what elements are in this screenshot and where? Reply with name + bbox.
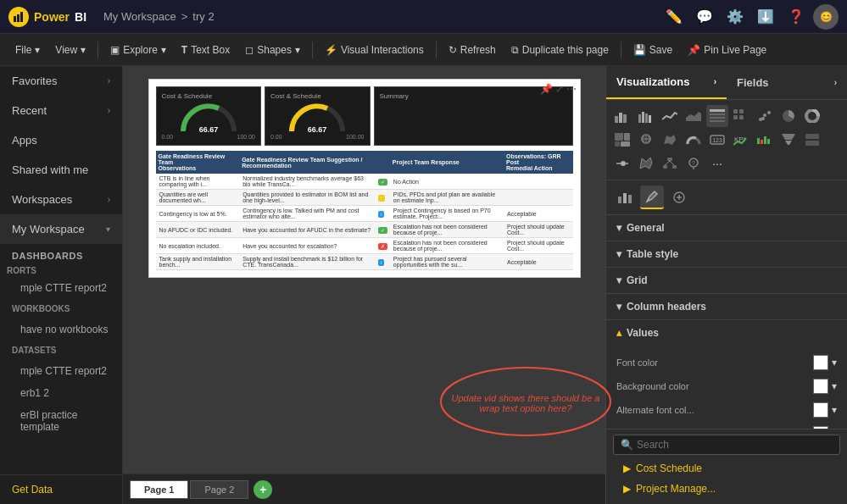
menu-shapes[interactable]: ◻ Shapes ▾: [238, 41, 307, 59]
viz-pie[interactable]: [777, 105, 800, 127]
fields-search-input[interactable]: [637, 439, 833, 451]
viz-funnel[interactable]: [777, 129, 800, 151]
tab-visualizations[interactable]: Visualizations ›: [606, 66, 727, 99]
viz-clustered-bar[interactable]: [635, 105, 657, 127]
sidebar-item-shared[interactable]: Shared with me: [0, 155, 122, 185]
viz-donut[interactable]: [801, 105, 823, 127]
menu-duplicate[interactable]: ⧉ Duplicate this page: [504, 41, 616, 59]
field-project-manage[interactable]: ▶ Project Manage...: [613, 479, 840, 499]
project-manage-label: Project Manage...: [636, 483, 716, 495]
section-values-header[interactable]: ▴ Values: [606, 320, 847, 346]
viz-decomp[interactable]: [659, 152, 681, 174]
prop-font-color-control: ▾: [813, 355, 837, 370]
sidebar-workspaces-label: Workspaces: [12, 193, 72, 206]
viz-treemap[interactable]: [611, 129, 633, 151]
svg-rect-18: [739, 109, 744, 114]
svg-rect-6: [619, 113, 622, 123]
sidebar-dataset2[interactable]: erb1 2: [0, 382, 122, 404]
canvas-area: 📌 ⤢ ⋯ Cost & Schedule 66.67: [123, 66, 605, 504]
help-icon[interactable]: ❓: [783, 3, 810, 30]
section-general-header[interactable]: ▾ General: [606, 215, 847, 241]
menu-textbox[interactable]: T Text Box: [175, 41, 237, 59]
sidebar-item-workspaces[interactable]: Workspaces ›: [0, 185, 122, 214]
fields-expand-icon[interactable]: ›: [834, 78, 837, 87]
menu-visual-interactions[interactable]: ⚡ Visual Interactions: [318, 41, 431, 59]
viz-build-icon[interactable]: [613, 186, 637, 209]
menu-refresh-label: Refresh: [460, 44, 496, 56]
viz-table[interactable]: [706, 105, 728, 127]
viz-stacked-bar[interactable]: [611, 105, 633, 127]
page-tab-1[interactable]: Page 1: [130, 480, 188, 499]
sidebar-dataset3[interactable]: erBI practice template: [0, 404, 122, 438]
viz-card[interactable]: 123: [706, 129, 728, 151]
menu-sep-2: [312, 42, 313, 58]
viz-expand-icon[interactable]: ›: [714, 77, 716, 86]
sidebar-item-my-workspace[interactable]: My Workspace ▾: [0, 214, 122, 244]
viz-kpi[interactable]: KPI: [730, 129, 752, 151]
viz-shape-map[interactable]: [635, 152, 657, 174]
viz-matrix[interactable]: [730, 105, 752, 127]
sidebar-item-recent[interactable]: Recent ›: [0, 96, 122, 125]
bg-color-swatch[interactable]: [813, 379, 828, 394]
viz-gauge[interactable]: [683, 129, 705, 151]
viz-scatter[interactable]: [754, 105, 776, 127]
viz-map[interactable]: [635, 129, 657, 151]
sidebar-dataset1[interactable]: mple CTTE report2: [0, 360, 122, 382]
field-cost-schedule[interactable]: ▶ Cost Schedule: [613, 458, 840, 479]
sidebar-report-item[interactable]: mple CTTE report2: [0, 277, 122, 299]
comment-icon[interactable]: 💬: [691, 3, 718, 30]
alt-font-color-dropdown[interactable]: ▾: [832, 404, 837, 416]
section-col-headers-header[interactable]: ▾ Column headers: [606, 294, 847, 319]
menu-explore[interactable]: ▣ Explore ▾: [103, 41, 173, 59]
canvas-scroll[interactable]: 📌 ⤢ ⋯ Cost & Schedule 66.67: [123, 66, 605, 474]
file-name[interactable]: try 2: [192, 10, 214, 23]
viz-filled-map[interactable]: [659, 129, 681, 151]
bg-color-dropdown[interactable]: ▾: [832, 380, 837, 392]
menu-view[interactable]: View ▾: [48, 41, 92, 59]
font-color-dropdown[interactable]: ▾: [832, 357, 837, 368]
tab-fields[interactable]: Fields ›: [727, 66, 847, 99]
page-tab-2[interactable]: Page 2: [190, 480, 248, 499]
more-options-icon[interactable]: ⋯: [566, 83, 577, 95]
viz-analytics-icon[interactable]: [667, 186, 691, 209]
menu-file[interactable]: File ▾: [8, 41, 47, 59]
viz-qa[interactable]: ?: [683, 152, 705, 174]
pin-visual-icon[interactable]: 📌: [540, 83, 553, 95]
viz-properties-scroll[interactable]: ▾ General ▾ Table style ▾ Grid: [606, 215, 847, 429]
section-grid-header[interactable]: ▾ Grid: [606, 268, 847, 293]
user-avatar[interactable]: 😊: [813, 4, 839, 30]
edit-icon[interactable]: ✏️: [660, 3, 688, 30]
viz-slicer[interactable]: [611, 152, 633, 174]
myworkspace-chevron: ▾: [106, 224, 110, 234]
page-tabs: Page 1 Page 2 +: [123, 474, 605, 504]
viz-more[interactable]: ···: [706, 152, 728, 174]
sidebar-item-favorites[interactable]: Favorites ›: [0, 66, 122, 96]
summary-box: Summary: [374, 86, 573, 146]
fields-search-box: 🔍: [613, 435, 840, 455]
alt-font-color-swatch[interactable]: [813, 402, 828, 418]
svg-rect-40: [761, 140, 763, 144]
get-data-button[interactable]: Get Data: [0, 474, 122, 504]
svg-rect-58: [618, 197, 621, 203]
report-table: Gate Readiness Review TeamObservations G…: [156, 151, 573, 270]
workspace-name[interactable]: My Workspace: [103, 10, 176, 23]
svg-line-54: [670, 161, 674, 165]
section-table-style-header[interactable]: ▾ Table style: [606, 241, 847, 267]
menu-pin[interactable]: 📌 Pin Live Page: [681, 41, 773, 59]
font-color-swatch[interactable]: [813, 355, 828, 370]
add-page-button[interactable]: +: [254, 480, 272, 499]
viz-line-chart[interactable]: [659, 105, 681, 127]
settings-icon[interactable]: ⚙️: [722, 3, 749, 30]
viz-waterfall[interactable]: [754, 129, 776, 151]
prop-bg-color: Background color ▾: [616, 374, 837, 398]
viz-format-icon[interactable]: [640, 186, 664, 209]
menu-save[interactable]: 💾 Save: [627, 41, 679, 59]
viz-area-chart[interactable]: [683, 105, 705, 127]
focus-icon[interactable]: ⤢: [555, 83, 564, 95]
sidebar-shared-label: Shared with me: [12, 163, 88, 176]
sidebar-item-apps[interactable]: Apps: [0, 125, 122, 155]
viz-rcard[interactable]: [801, 129, 823, 151]
download-icon[interactable]: ⬇️: [752, 3, 779, 30]
svg-point-48: [621, 161, 626, 166]
menu-refresh[interactable]: ↻ Refresh: [442, 41, 503, 59]
